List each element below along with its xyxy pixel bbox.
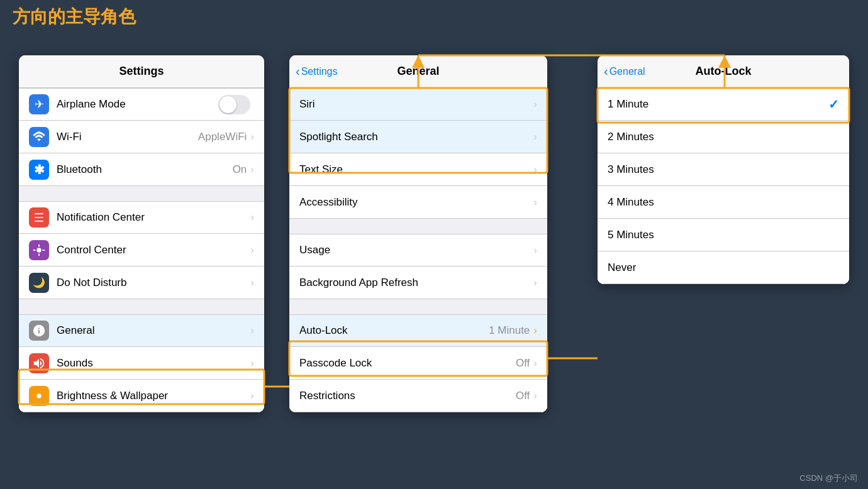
section-gap-1 (19, 186, 264, 201)
svg-point-16 (36, 393, 41, 398)
restrictions-row[interactable]: Restrictions Off › (289, 380, 547, 412)
auto-lock-chevron: › (533, 324, 537, 337)
siri-chevron: › (533, 98, 537, 111)
siri-section: Siri › Spotlight Search › Text Size › Ac… (289, 88, 547, 219)
bluetooth-chevron: › (250, 163, 254, 176)
bg-refresh-label: Background App Refresh (299, 277, 533, 289)
siri-label: Siri (299, 98, 533, 111)
auto-lock-label: Auto-Lock (299, 324, 489, 337)
notification-chevron: › (250, 211, 254, 224)
option-5min[interactable]: 5 Minutes (598, 219, 849, 251)
brightness-row[interactable]: Brightness & Wallpaper › (19, 380, 264, 412)
autolock-options: 1 Minute ✓ 2 Minutes 3 Minutes 4 Minutes… (598, 88, 849, 284)
autolock-panel: ‹ General Auto-Lock 1 Minute ✓ 2 Minutes… (598, 55, 849, 284)
general-label: General (57, 324, 250, 337)
general-panel: ‹ Settings General Siri › Spotlight Sear… (289, 55, 547, 412)
auto-lock-row[interactable]: Auto-Lock 1 Minute › (289, 314, 547, 347)
passcode-row[interactable]: Passcode Lock Off › (289, 347, 547, 380)
do-not-disturb-icon: 🌙 (29, 273, 49, 293)
wifi-chevron: › (250, 131, 254, 143)
dnd-chevron: › (250, 277, 254, 289)
connectivity-section: ✈ Airplane Mode Wi-Fi AppleWiFi › ✱ Blue… (19, 88, 264, 186)
spotlight-label: Spotlight Search (299, 131, 533, 143)
wifi-row[interactable]: Wi-Fi AppleWiFi › (19, 121, 264, 153)
accessibility-chevron: › (533, 196, 537, 209)
brightness-label: Brightness & Wallpaper (57, 390, 250, 402)
notification-section: Notification Center › Control Center › 🌙… (19, 201, 264, 299)
passcode-chevron: › (533, 357, 537, 370)
wifi-value: AppleWiFi (198, 131, 247, 143)
restrictions-label: Restrictions (299, 390, 516, 402)
general-header: ‹ Settings General (289, 55, 547, 88)
option-4min[interactable]: 4 Minutes (598, 186, 849, 219)
bg-refresh-chevron: › (533, 277, 537, 289)
bluetooth-value: On (233, 163, 247, 176)
settings-header: Settings (19, 55, 264, 88)
general-chevron: › (250, 324, 254, 337)
control-center-label: Control Center (57, 244, 250, 256)
brightness-icon (29, 386, 49, 406)
general-row[interactable]: General › (19, 314, 264, 347)
back-label: Settings (301, 66, 338, 77)
siri-row[interactable]: Siri › (289, 88, 547, 121)
settings-panel: Settings ✈ Airplane Mode Wi-Fi AppleWiFi… (19, 55, 264, 412)
text-size-label: Text Size (299, 163, 533, 176)
general-icon (29, 321, 49, 341)
sounds-chevron: › (250, 357, 254, 370)
usage-label: Usage (299, 244, 533, 256)
section-gap-3 (289, 219, 547, 234)
notification-label: Notification Center (57, 211, 250, 224)
option-1min[interactable]: 1 Minute ✓ (598, 88, 849, 121)
passcode-value: Off (516, 357, 530, 370)
back-to-settings[interactable]: ‹ Settings (296, 64, 337, 79)
autolock-title: Auto-Lock (696, 65, 752, 78)
text-size-chevron: › (533, 163, 537, 176)
back-general-label: General (609, 66, 645, 77)
settings-list: ✈ Airplane Mode Wi-Fi AppleWiFi › ✱ Blue… (19, 88, 264, 412)
airplane-mode-row[interactable]: ✈ Airplane Mode (19, 88, 264, 121)
sounds-label: Sounds (57, 357, 250, 370)
do-not-disturb-row[interactable]: 🌙 Do Not Disturb › (19, 266, 264, 299)
autolock-list: 1 Minute ✓ 2 Minutes 3 Minutes 4 Minutes… (598, 88, 849, 284)
control-center-row[interactable]: Control Center › (19, 234, 264, 266)
lock-section: Auto-Lock 1 Minute › Passcode Lock Off ›… (289, 314, 547, 412)
option-never[interactable]: Never (598, 251, 849, 284)
wifi-icon (29, 127, 49, 147)
autolock-header: ‹ General Auto-Lock (598, 55, 849, 88)
watermark: CSDN @于小司 (799, 473, 858, 484)
control-center-icon (29, 240, 49, 260)
general-list: Siri › Spotlight Search › Text Size › Ac… (289, 88, 547, 412)
text-size-row[interactable]: Text Size › (289, 153, 547, 186)
general-title: General (397, 65, 439, 78)
bluetooth-icon: ✱ (29, 160, 49, 180)
back-chevron-icon: ‹ (296, 64, 300, 79)
spotlight-row[interactable]: Spotlight Search › (289, 121, 547, 153)
option-never-label: Never (608, 261, 839, 274)
usage-row[interactable]: Usage › (289, 234, 547, 266)
svg-point-11 (36, 248, 41, 252)
option-3min[interactable]: 3 Minutes (598, 153, 849, 186)
airplane-icon: ✈ (29, 94, 49, 114)
back-to-general[interactable]: ‹ General (604, 64, 645, 79)
restrictions-chevron: › (533, 390, 537, 402)
option-2min[interactable]: 2 Minutes (598, 121, 849, 153)
notification-center-row[interactable]: Notification Center › (19, 201, 264, 234)
bg-refresh-row[interactable]: Background App Refresh › (289, 266, 547, 299)
spotlight-chevron: › (533, 131, 537, 143)
usage-section: Usage › Background App Refresh › (289, 234, 547, 299)
option-1min-label: 1 Minute (608, 98, 828, 111)
passcode-label: Passcode Lock (299, 357, 516, 370)
back-chevron-icon-2: ‹ (604, 64, 608, 79)
bluetooth-row[interactable]: ✱ Bluetooth On › (19, 153, 264, 186)
accessibility-row[interactable]: Accessibility › (289, 186, 547, 219)
svg-rect-15 (38, 253, 40, 256)
brightness-chevron: › (250, 390, 254, 402)
sounds-icon (29, 353, 49, 373)
option-5min-label: 5 Minutes (608, 229, 839, 241)
airplane-label: Airplane Mode (57, 98, 218, 111)
section-gap-4 (289, 299, 547, 314)
sounds-row[interactable]: Sounds › (19, 347, 264, 380)
airplane-toggle[interactable] (218, 95, 250, 114)
page-title: 方向的主导角色 (0, 0, 148, 34)
general-section: General › Sounds › Brightness & Wallpape… (19, 314, 264, 412)
